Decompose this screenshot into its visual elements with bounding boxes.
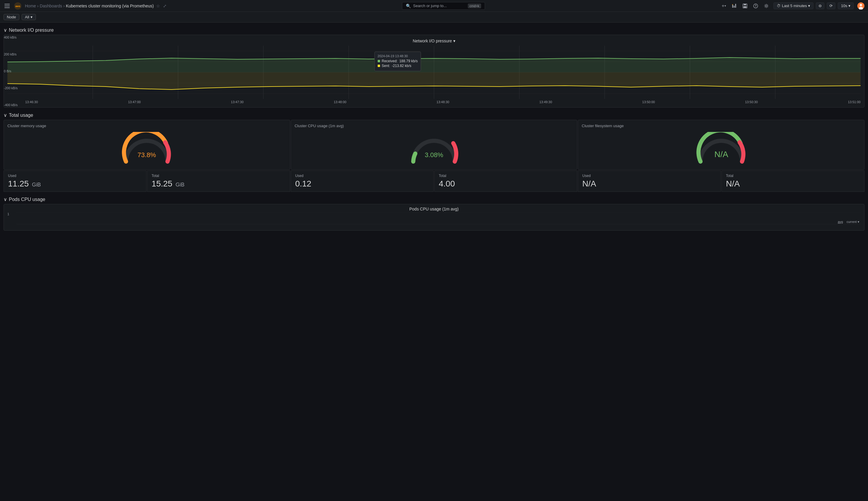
x-label-2: 13:47:00 [128,100,141,104]
filter-toolbar: Node All ▾ [0,12,868,22]
y-label-400: 400 kB/s [4,35,22,39]
chart-area: 2024-04-19 13:48:30 Received: 188.79 kb/… [8,46,860,99]
cpu-total-cell: Total 4.00 [434,170,577,192]
time-controls: ⏱ Last 5 minutes ▾ ⊖ ⟳ 10s ▾ [773,2,854,9]
aws-logo: aws [13,1,22,11]
cpu-gauge-container: 3.08% [295,130,574,166]
x-label-3: 13:47:30 [231,100,244,104]
x-label-9: 13:51:00 [848,100,860,104]
refresh-interval-chevron-icon: ▾ [848,3,850,8]
breadcrumb-sep2: › [63,3,65,8]
x-label-1: 13:46:30 [25,100,38,104]
y-label-neg400: -400 kB/s [4,103,22,107]
refresh-interval-label: 10s [841,3,847,8]
network-chart-panel: Network I/O pressure ▾ 400 kB/s 200 kB/s… [3,35,865,108]
svg-marker-32 [8,57,860,72]
all-filter-label: All [25,15,29,19]
fs-used-cell: Used N/A [578,170,721,192]
refresh-button[interactable]: ⟳ [827,2,835,9]
network-chart-title: Network I/O pressure ▾ [8,39,860,43]
bar-chart-icon[interactable] [731,2,738,10]
node-filter-button[interactable]: Node [3,14,19,20]
all-filter-button[interactable]: All ▾ [22,14,35,20]
cpu-total-value: 4.00 [439,179,573,189]
help-icon[interactable]: ? [752,2,759,10]
search-icon: 🔍 [406,3,411,8]
gauges-row: Cluster memory usage 73.8% Cluster CPU u… [3,120,865,170]
memory-total-cell: Total 15.25 GiB [147,170,290,192]
tooltip-timestamp: 2024-04-19 13:48:30 [378,54,418,58]
memory-used-cell: Used 11.25 GiB [3,170,147,192]
cpu-total-label: Total [439,174,573,178]
fs-total-cell: Total N/A [721,170,865,192]
zoom-out-icon: ⊖ [818,3,822,8]
favorite-star-icon[interactable]: ☆ [156,3,160,8]
total-usage-section-header[interactable]: ∨ Total usage [3,110,865,120]
network-section-header[interactable]: ∨ Network I/O pressure [3,25,865,35]
fs-total-value: N/A [726,179,860,189]
cpu-used-label: Used [295,174,429,178]
add-panel-button[interactable]: + ▾ [720,2,727,10]
cpu-used-value: 0.12 [295,179,429,189]
sent-color-dot [378,65,380,67]
network-chart-dropdown-icon[interactable]: ▾ [453,39,456,43]
tooltip-sent-label: Sent: [382,64,390,68]
search-bar[interactable]: 🔍 Search or jump to... cmd+k [402,2,485,10]
memory-used-unit: GiB [32,182,41,188]
breadcrumb-dashboards[interactable]: Dashboards [40,3,62,8]
share-icon[interactable]: ⤢ [163,3,167,8]
hamburger-menu-button[interactable] [3,2,11,10]
x-label-8: 13:50:30 [745,100,758,104]
tooltip-sent-value: -213.82 kb/s [392,64,411,68]
svg-rect-0 [4,4,10,4]
svg-rect-11 [743,6,747,8]
pods-y-label: 1 [8,213,16,224]
breadcrumb-home[interactable]: Home [25,3,36,8]
x-label-7: 13:50:00 [642,100,655,104]
stats-row: Used 11.25 GiB Total 15.25 GiB Used 0.12… [3,170,865,192]
network-section-chevron-icon: ∨ [3,27,7,33]
tooltip-received-label: Received: [382,59,398,63]
x-axis-labels: 13:46:30 13:47:00 13:47:30 13:48:00 13:4… [8,100,860,104]
svg-point-16 [860,4,862,6]
user-avatar[interactable] [857,2,865,10]
network-section-title: Network I/O pressure [9,28,54,33]
pods-chart-area: 1 avg current ▾ [8,213,860,224]
save-dashboard-icon[interactable] [741,2,749,10]
memory-used-value: 11.25 GiB [8,179,142,189]
pods-section-header[interactable]: ∨ Pods CPU usage [3,194,865,204]
cpu-gauge-svg: 3.08% [407,132,461,164]
top-navigation: aws Home › Dashboards › Kubernetes clust… [0,0,868,12]
legend-current-chevron-icon[interactable]: ▾ [858,220,859,224]
svg-text:73.8%: 73.8% [138,151,156,159]
fs-used-value: N/A [582,179,716,189]
settings-icon[interactable] [763,2,770,10]
svg-text:?: ? [755,4,757,8]
refresh-icon: ⟳ [829,3,833,8]
total-usage-chevron-icon: ∨ [3,113,7,118]
time-range-button[interactable]: ⏱ Last 5 minutes ▾ [773,2,813,9]
filesystem-gauge-panel: Cluster filesystem usage N/A [578,120,865,170]
x-label-6: 13:49:30 [539,100,552,104]
search-placeholder-text: Search or jump to... [413,3,447,8]
svg-text:aws: aws [15,4,20,8]
main-content: ∨ Network I/O pressure Network I/O press… [0,22,868,235]
memory-gauge-panel: Cluster memory usage 73.8% [3,120,290,170]
chart-with-yaxis: 400 kB/s 200 kB/s 0 B/s -200 kB/s -400 k… [8,46,860,99]
refresh-interval-button[interactable]: 10s ▾ [838,2,854,9]
fs-used-label: Used [582,174,716,178]
legend-current-label: current ▾ [847,220,859,224]
svg-rect-10 [744,4,746,6]
memory-gauge-svg: 73.8% [120,132,173,164]
pods-section-chevron-icon: ∨ [3,196,7,202]
svg-rect-1 [4,6,10,6]
svg-rect-7 [735,4,736,8]
time-range-chevron-icon: ▾ [808,3,810,8]
pods-chart-title: Pods CPU usage (1m avg) [8,206,860,211]
cpu-used-cell: Used 0.12 [291,170,434,192]
total-usage-section-title: Total usage [9,113,33,118]
time-range-label: Last 5 minutes [782,3,807,8]
zoom-out-button[interactable]: ⊖ [816,2,824,9]
tooltip-received-value: 188.79 kb/s [399,59,418,63]
tooltip-sent-row: Sent: -213.82 kb/s [378,64,418,68]
